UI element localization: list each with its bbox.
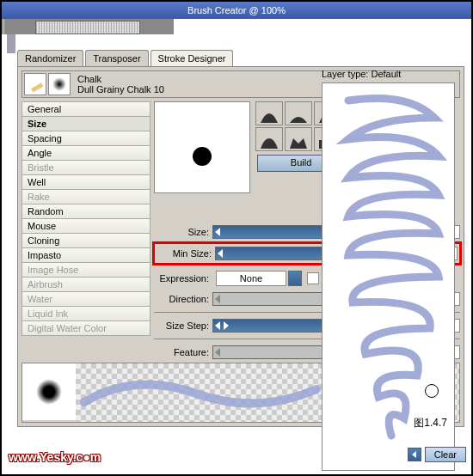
profile-1[interactable] [255, 101, 283, 125]
dir-label: Direction: [154, 294, 209, 304]
cat-well[interactable]: Well [22, 174, 150, 190]
title-bar: Brush Creator @ 100% [2, 2, 471, 19]
brush-name: Chalk [77, 74, 164, 84]
tab-transposer[interactable]: Transposer [85, 50, 148, 66]
cat-dwc: Digital Water Color [22, 320, 150, 336]
cat-impasto[interactable]: Impasto [22, 247, 150, 263]
cat-cloning[interactable]: Cloning [22, 233, 150, 248]
cat-liquid-ink: Liquid Ink [22, 306, 150, 321]
minsize-label: Min Size: [157, 248, 212, 259]
prev-stroke-button[interactable] [408, 448, 421, 461]
brush-variant: Dull Grainy Chalk 10 [77, 84, 164, 95]
watermark: www.Yesky.c●m [9, 450, 101, 464]
svg-rect-0 [31, 82, 44, 92]
expr-label: Expression: [154, 273, 209, 284]
ruler [2, 19, 174, 34]
cat-rake: Rake [22, 189, 150, 204]
brush-category-icon[interactable] [24, 73, 46, 95]
brush-variant-icon[interactable] [48, 73, 71, 95]
clear-button[interactable]: Clear [425, 447, 466, 462]
expression-menu[interactable] [288, 271, 302, 286]
profile-5[interactable] [285, 127, 312, 151]
cat-general[interactable]: General [22, 101, 150, 117]
size-label: Size: [154, 227, 209, 237]
tab-randomizer[interactable]: Randomizer [17, 50, 83, 66]
profile-2[interactable] [285, 101, 312, 125]
cat-angle[interactable]: Angle [22, 145, 150, 161]
figure-label: 图1.4.7 [414, 416, 447, 430]
expr-check[interactable] [307, 272, 319, 284]
dab-preview [154, 101, 250, 193]
preview-canvas[interactable]: 图1.4.7 [322, 82, 455, 471]
cat-random[interactable]: Random [22, 204, 150, 219]
layer-type: Layer type: Default [322, 69, 466, 79]
cat-bristle: Bristle [22, 160, 150, 175]
tabs: Randomizer Transposer Stroke Designer [17, 50, 464, 66]
cat-airbrush: Airbrush [22, 277, 150, 292]
category-list: General Size Spacing Angle Bristle Well … [22, 101, 150, 335]
expression-select[interactable]: None [216, 271, 286, 286]
cat-size[interactable]: Size [22, 116, 150, 131]
window-title: Brush Creator @ 100% [187, 5, 286, 15]
grabber[interactable] [7, 34, 15, 53]
cursor-icon [425, 384, 439, 398]
step-label: Size Step: [154, 320, 209, 331]
cat-image-hose: Image Hose [22, 262, 150, 278]
cat-water: Water [22, 291, 150, 307]
feat-label: Feature: [154, 347, 209, 357]
tab-stroke-designer[interactable]: Stroke Designer [150, 50, 234, 66]
cat-mouse[interactable]: Mouse [22, 218, 150, 234]
dab-thumb [22, 363, 76, 420]
cat-spacing[interactable]: Spacing [22, 131, 150, 146]
profile-4[interactable] [255, 127, 283, 151]
